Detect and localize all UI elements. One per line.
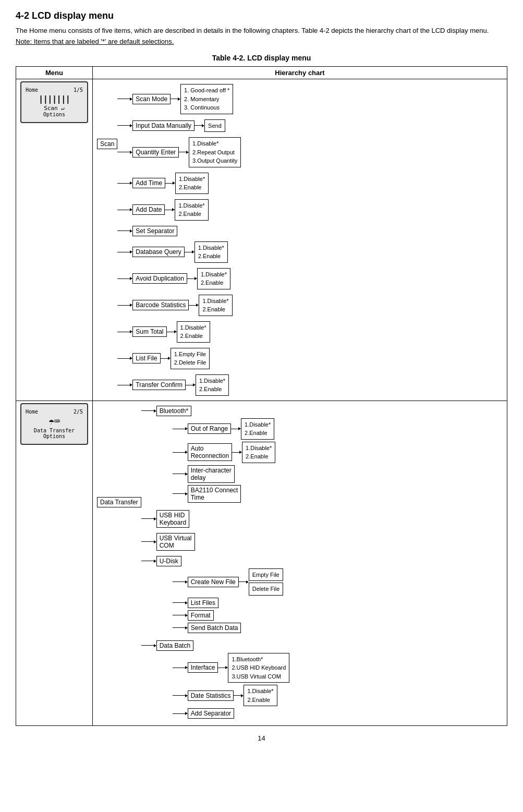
branch-out-of-range: Out of Range 1.Disable*2.Enable [173, 418, 290, 440]
branch-date-statistics: Date Statistics 1.Disable*2.Enable [173, 685, 290, 706]
connector-line [117, 278, 130, 279]
branch-sum-total: Sum Total 1.Disable*2.Enable [117, 321, 241, 343]
lcd-line1-dt: Home 2/5 [26, 409, 83, 415]
connector-line [117, 183, 130, 184]
connector-line [173, 615, 185, 615]
options-avoid-duplication: 1.Disable*2.Enable [197, 268, 230, 289]
options-scan-mode: 1. Good-read off *2. Momentary3. Continu… [180, 84, 233, 114]
lcd-icons-dt: ☂⌨ [26, 416, 83, 427]
connector-line [186, 385, 193, 385]
options-input-data: Send [204, 119, 225, 132]
options-out-of-range: 1.Disable*2.Enable [241, 418, 274, 440]
option-empty-file: Empty File [249, 568, 284, 581]
connector-line [173, 493, 185, 494]
node-usb-hid: USB HIDKeyboard [156, 510, 189, 528]
connector-line [117, 231, 130, 231]
connector-line [165, 210, 172, 210]
connector-line [117, 99, 130, 99]
node-input-data: Input Data Manually [132, 120, 194, 131]
lcd-barcode: ||||||| [26, 94, 83, 104]
node-transfer-confirm: Transfer Confirm [132, 380, 186, 390]
page-number: 14 [16, 734, 507, 742]
connector-line [117, 210, 130, 210]
node-list-files: List Files [188, 598, 218, 608]
connector-line [232, 452, 239, 453]
node-quantity-enter: Quantity Enter [132, 147, 179, 157]
connector-line [165, 183, 173, 184]
connector-line [117, 332, 130, 332]
branch-send-batch-data: Send Batch Data [173, 623, 290, 633]
options-quantity-enter: 1.Disable*2.Repeat Output3.Output Quanti… [189, 137, 241, 167]
options-sum-total: 1.Disable*2.Enable [177, 321, 210, 343]
lcd-page-indicator-dt: 2/5 [74, 409, 83, 415]
lcd-home-label: Home [26, 87, 38, 93]
branch-quantity-enter: Quantity Enter 1.Disable*2.Repeat Output… [117, 137, 241, 167]
node-add-separator: Add Separator [188, 708, 234, 719]
options-interface: 1.Bluetooth*2.USB HID Keyboard3.USB Virt… [228, 653, 289, 683]
node-interface: Interface [188, 662, 218, 673]
connector-line [117, 125, 130, 126]
connector-line [173, 695, 185, 696]
branch-auto-reconnection: AutoReconnection 1.Disable*2.Enable [173, 442, 290, 463]
lcd-dt-label: Data Transfer [26, 428, 83, 433]
connector-line [173, 713, 185, 714]
connector-line [185, 252, 192, 252]
connector-line [194, 125, 202, 126]
connector-line [117, 358, 130, 359]
connector-line [239, 581, 246, 582]
menu-cell-scan: Home 1/5 ||||||| Scan ↵ Options [16, 79, 93, 401]
node-send-batch-data: Send Batch Data [188, 623, 241, 633]
node-inter-char-delay: Inter-characterdelay [188, 465, 235, 483]
node-u-disk: U-Disk [156, 556, 181, 566]
connector-line [117, 305, 130, 306]
connector-line [173, 581, 185, 582]
options-auto-reconnection: 1.Disable*2.Enable [242, 442, 275, 463]
node-ba2110: BA2110 ConnectTime [188, 485, 241, 503]
node-add-time: Add Time [132, 178, 165, 188]
root-node-data-transfer: Data Transfer [97, 497, 141, 507]
connector-line [179, 152, 186, 152]
branch-ba2110: BA2110 ConnectTime [173, 485, 290, 503]
node-create-new-file: Create New File [188, 577, 239, 587]
connector-line [117, 152, 130, 152]
node-out-of-range: Out of Range [188, 423, 231, 434]
options-barcode-statistics: 1.Disable*2.Enable [199, 295, 232, 316]
node-avoid-duplication: Avoid Duplication [132, 273, 187, 284]
connector-line [173, 452, 185, 453]
branch-set-separator: Set Separator [117, 226, 241, 236]
options-add-time: 1.Disable*2.Enable [175, 173, 209, 194]
branch-format: Format [173, 610, 290, 621]
options-add-date: 1.Disable*2.Enable [175, 199, 208, 221]
table-row: Home 1/5 ||||||| Scan ↵ Options Scan [16, 79, 507, 401]
hierarchy-cell-data-transfer: Data Transfer Bluetooth* [93, 401, 507, 726]
intro-paragraph: The Home menu consists of five items, wh… [16, 27, 507, 34]
node-add-date: Add Date [132, 204, 165, 215]
connector-line [173, 474, 185, 474]
connector-line [167, 332, 174, 332]
connector-line [173, 668, 185, 668]
node-barcode-statistics: Barcode Statistics [132, 300, 189, 310]
branch-barcode-statistics: Barcode Statistics 1.Disable*2.Enable [117, 295, 241, 316]
branch-inter-char-delay: Inter-characterdelay [173, 465, 290, 483]
branch-create-new-file: Create New File Empty File Delete File [173, 568, 290, 596]
connector-line [173, 602, 185, 603]
node-database-query: Database Query [132, 247, 184, 257]
branch-interface: Interface 1.Bluetooth*2.USB HID Keyboard… [173, 653, 290, 683]
node-set-separator: Set Separator [132, 226, 177, 236]
node-format: Format [188, 610, 214, 621]
branch-add-time: Add Time 1.Disable*2.Enable [117, 173, 241, 194]
branch-database-query: Database Query 1.Disable*2.Enable [117, 241, 241, 263]
node-scan-mode: Scan Mode [132, 94, 171, 104]
connector-line [117, 385, 130, 385]
data-transfer-hierarchy-chart: Data Transfer Bluetooth* [97, 403, 503, 724]
option-delete-file: Delete File [249, 583, 284, 596]
connector-line [141, 410, 154, 411]
connector-line [187, 278, 194, 279]
node-sum-total: Sum Total [132, 326, 166, 337]
page-title: 4-2 LCD display menu [16, 10, 507, 21]
connector-line [173, 627, 185, 628]
connector-line [141, 561, 154, 561]
connector-line [231, 429, 238, 429]
table-title: Table 4-2. LCD display menu [16, 54, 507, 62]
branch-avoid-duplication: Avoid Duplication 1.Disable*2.Enable [117, 268, 241, 289]
